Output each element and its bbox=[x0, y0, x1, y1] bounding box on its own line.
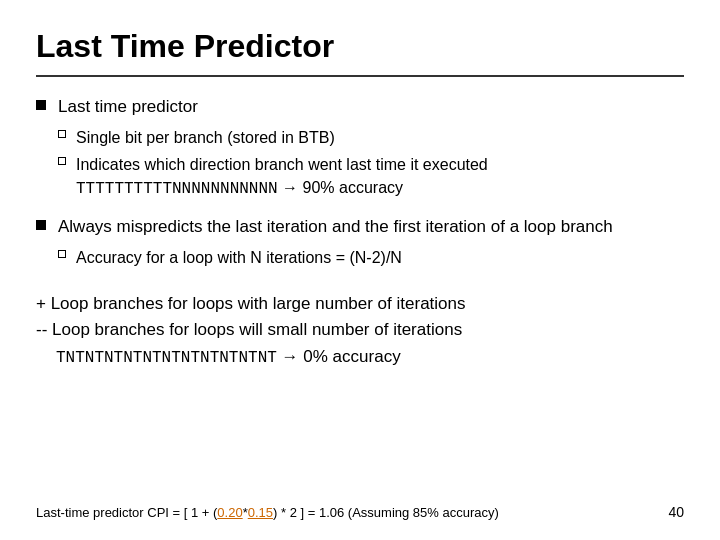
sequence-arrow: → bbox=[282, 347, 304, 366]
sub-bullet-1-1-text: Single bit per branch (stored in BTB) bbox=[76, 126, 335, 149]
slide: Last Time Predictor Last time predictor … bbox=[0, 0, 720, 540]
sub-bullet-1-2-prefix: Indicates which direction branch went la… bbox=[76, 156, 488, 173]
footer-cpi: Last-time predictor CPI = [ 1 + (0.20*0.… bbox=[36, 505, 499, 520]
bullet-1-subbullets: Single bit per branch (stored in BTB) In… bbox=[58, 126, 488, 202]
sequence-suffix: 0% accuracy bbox=[303, 347, 400, 366]
bullet-2-subbullets: Accuracy for a loop with N iterations = … bbox=[58, 246, 613, 269]
sequence-text: TNTNTNTNTNTNTNTNTNTNTNT bbox=[56, 349, 277, 367]
sub-bullet-2-1-icon bbox=[58, 250, 66, 258]
sub-bullet-1-2-sequence: TTTTTTTTTTNNNNNNNNNNN bbox=[76, 180, 278, 198]
sub-bullet-1-1: Single bit per branch (stored in BTB) bbox=[58, 126, 488, 149]
sub-bullet-1-2-icon bbox=[58, 157, 66, 165]
sequence-line: TNTNTNTNTNTNTNTNTNTNTNT → 0% accuracy bbox=[36, 344, 684, 371]
footer: Last-time predictor CPI = [ 1 + (0.20*0.… bbox=[36, 496, 684, 520]
bullet-1-content: Last time predictor Single bit per branc… bbox=[58, 95, 488, 201]
minus-line: -- Loop branches for loops will small nu… bbox=[36, 317, 684, 343]
bullet-1-label: Last time predictor bbox=[58, 95, 488, 120]
page-number: 40 bbox=[668, 504, 684, 520]
sub-bullet-1-1-icon bbox=[58, 130, 66, 138]
bullet-1-icon bbox=[36, 100, 46, 110]
sub-bullet-1-2-arrow: → bbox=[282, 179, 298, 196]
footer-cpi-prefix: Last-time predictor CPI = [ 1 + ( bbox=[36, 505, 217, 520]
plus-minus-section: + Loop branches for loops with large num… bbox=[36, 291, 684, 370]
footer-highlight2: 0.15 bbox=[248, 505, 273, 520]
bullet-2-icon bbox=[36, 220, 46, 230]
sub-bullet-1-2: Indicates which direction branch went la… bbox=[58, 153, 488, 201]
sub-bullet-1-2-text: Indicates which direction branch went la… bbox=[76, 153, 488, 201]
bullet-2: Always mispredicts the last iteration an… bbox=[36, 215, 684, 269]
footer-cpi-suffix: ) * 2 ] = 1.06 (Assuming 85% accuracy) bbox=[273, 505, 499, 520]
slide-title: Last Time Predictor bbox=[36, 28, 684, 77]
bullet-2-label: Always mispredicts the last iteration an… bbox=[58, 215, 613, 240]
sub-bullet-1-2-suffix: 90% accuracy bbox=[303, 179, 404, 196]
plus-line: + Loop branches for loops with large num… bbox=[36, 291, 684, 317]
sub-bullet-2-1: Accuracy for a loop with N iterations = … bbox=[58, 246, 613, 269]
footer-highlight1: 0.20 bbox=[217, 505, 242, 520]
content: Last time predictor Single bit per branc… bbox=[36, 95, 684, 496]
sub-bullet-2-1-text: Accuracy for a loop with N iterations = … bbox=[76, 246, 402, 269]
bullet-1: Last time predictor Single bit per branc… bbox=[36, 95, 684, 201]
bullet-2-content: Always mispredicts the last iteration an… bbox=[58, 215, 613, 269]
